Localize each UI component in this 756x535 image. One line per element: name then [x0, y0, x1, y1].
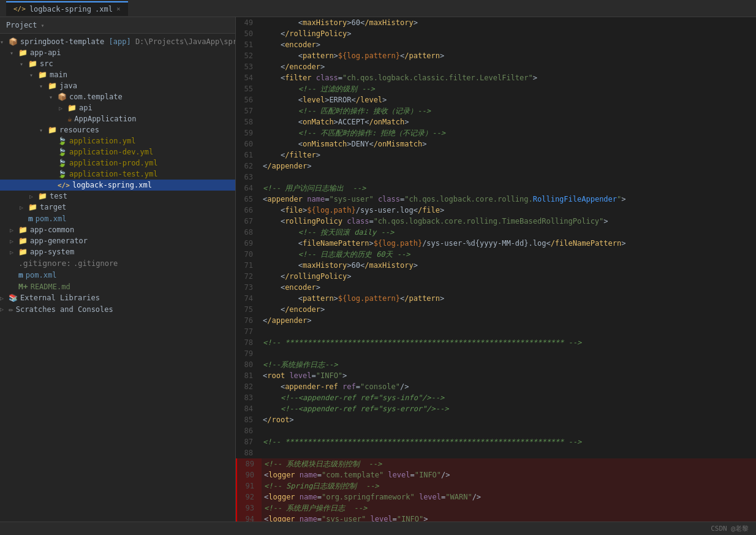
line-number-59: 59: [236, 127, 260, 138]
sidebar-item-18[interactable]: ▷📁app-common: [0, 224, 235, 235]
sidebar-item-11[interactable]: 🍃application-dev.yml: [0, 146, 235, 157]
line-content-80: <!--系统操作日志-->: [260, 359, 756, 370]
code-line-55: 55 <!-- 过滤的级别 -->: [236, 83, 756, 94]
sidebar-item-24[interactable]: ▷📚External Libraries: [0, 292, 235, 303]
line-content-64: <!-- 用户访问日志输出 -->: [260, 183, 756, 194]
sidebar-item-8[interactable]: ☕AppApplication: [0, 113, 235, 124]
tree-arrow-7[interactable]: ▷: [59, 105, 67, 112]
line-content-90: <logger name="com.template" level="INFO"…: [262, 469, 756, 480]
sidebar: Project ▾ ▾📦springboot-template [app] D:…: [0, 17, 236, 522]
line-content-60: <onMismatch>DENY</onMismatch>: [260, 138, 756, 150]
line-number-90: 90: [237, 469, 262, 480]
line-content-53: </encoder>: [260, 61, 756, 72]
tree-label-2: app-api: [30, 48, 61, 57]
tree-arrow-25[interactable]: ▷: [0, 306, 9, 313]
tree-icon-3: 📁: [28, 59, 37, 68]
tree-arrow-4[interactable]: ▾: [29, 72, 38, 78]
tree-label-12: application-prod.yml: [69, 159, 158, 167]
tree-label-15: test: [50, 192, 67, 200]
sidebar-item-14[interactable]: </>logback-spring.xml: [0, 180, 235, 191]
line-content-71: <maxHistory>60</maxHistory>: [260, 260, 756, 271]
code-line-60: 60 <onMismatch>DENY</onMismatch>: [236, 138, 756, 150]
code-line-83: 83 <!--<appender-ref ref="sys-info"/>-->: [236, 392, 756, 403]
bottom-bar: CSDN @老黎: [0, 522, 756, 535]
tree-arrow-20[interactable]: ▷: [10, 249, 18, 256]
sidebar-item-23[interactable]: M+README.md: [0, 281, 235, 292]
code-line-51: 51 <encoder>: [236, 39, 756, 50]
sidebar-tree[interactable]: ▾📦springboot-template [app] D:\Projects\…: [0, 34, 235, 522]
code-line-50: 50 </rollingPolicy>: [236, 28, 756, 39]
sidebar-item-12[interactable]: 🍃application-prod.yml: [0, 157, 235, 169]
tree-arrow-18[interactable]: ▷: [10, 227, 18, 233]
sidebar-item-6[interactable]: ▾📦com.template: [0, 91, 235, 102]
top-bar: </> logback-spring .xml ×: [0, 0, 756, 17]
line-number-75: 75: [236, 304, 260, 315]
tree-icon-11: 🍃: [58, 148, 67, 156]
sidebar-item-5[interactable]: ▾📁java: [0, 80, 235, 91]
sidebar-item-25[interactable]: ▷✏Scratches and Consoles: [0, 303, 235, 315]
tree-icon-9: 📁: [48, 126, 57, 134]
tree-arrow-19[interactable]: ▷: [10, 238, 18, 245]
code-scroll[interactable]: 49 <maxHistory>60</maxHistory>50 </rolli…: [236, 17, 756, 522]
line-content-77: [260, 326, 756, 337]
line-content-91: <!-- Spring日志级别控制 -->: [262, 480, 756, 491]
sidebar-item-21[interactable]: .gitignore:.gitignore: [0, 257, 235, 269]
tree-arrow-24[interactable]: ▷: [0, 295, 9, 302]
tree-arrow-3[interactable]: ▾: [20, 61, 28, 67]
sidebar-item-15[interactable]: ▷📁test: [0, 191, 235, 202]
sidebar-item-19[interactable]: ▷📁app-generator: [0, 235, 235, 246]
line-content-68: <!-- 按天回滚 daily -->: [260, 227, 756, 238]
line-content-88: [260, 447, 756, 458]
line-number-71: 71: [236, 260, 260, 271]
sidebar-item-22[interactable]: mpom.xml: [0, 269, 235, 281]
line-number-82: 82: [236, 381, 260, 392]
tree-arrow-6[interactable]: ▾: [49, 94, 58, 101]
tree-icon-1: 📦: [9, 37, 18, 46]
code-area: 49 <maxHistory>60</maxHistory>50 </rolli…: [236, 17, 756, 522]
tree-icon-23: M+: [18, 282, 28, 291]
tree-icon-12: 🍃: [58, 159, 67, 167]
line-content-75: </encoder>: [260, 304, 756, 315]
code-line-76: 76</appender>: [236, 315, 756, 326]
code-line-89: 89<!-- 系统模块日志级别控制 -->: [236, 458, 756, 469]
code-line-57: 57 <!-- 匹配时的操作: 接收（记录）-->: [236, 105, 756, 116]
sidebar-item-13[interactable]: 🍃application-test.yml: [0, 169, 235, 180]
line-number-91: 91: [237, 480, 262, 491]
line-number-51: 51: [236, 39, 260, 50]
sidebar-item-1[interactable]: ▾📦springboot-template [app] D:\Projects\…: [0, 36, 235, 47]
tree-label-19: app-generator: [30, 237, 88, 245]
sidebar-item-2[interactable]: ▾📁app-api: [0, 47, 235, 58]
file-tab[interactable]: </> logback-spring .xml ×: [6, 1, 128, 16]
tree-arrow-2[interactable]: ▾: [10, 50, 18, 56]
sidebar-item-20[interactable]: ▷📁app-system: [0, 246, 235, 257]
tree-arrow-1[interactable]: ▾: [0, 39, 9, 45]
code-line-59: 59 <!-- 不匹配时的操作: 拒绝（不记录）-->: [236, 127, 756, 138]
tree-arrow-16[interactable]: ▷: [20, 204, 28, 211]
line-number-76: 76: [236, 315, 260, 326]
line-content-52: <pattern>${log.pattern}</pattern>: [260, 50, 756, 61]
line-number-53: 53: [236, 61, 260, 72]
line-number-94: 94: [237, 514, 262, 522]
tree-arrow-9[interactable]: ▾: [39, 127, 48, 134]
tree-label-8: AppApplication: [74, 115, 136, 123]
code-line-52: 52 <pattern>${log.pattern}</pattern>: [236, 50, 756, 61]
sidebar-item-4[interactable]: ▾📁main: [0, 69, 235, 80]
tree-label-7: api: [79, 104, 93, 112]
tree-arrow-5[interactable]: ▾: [39, 83, 48, 89]
tree-arrow-15[interactable]: ▷: [29, 193, 38, 200]
line-content-85: </root>: [260, 414, 756, 425]
tree-icon-5: 📁: [48, 82, 57, 90]
line-number-67: 67: [236, 216, 260, 227]
sidebar-item-9[interactable]: ▾📁resources: [0, 124, 235, 135]
tree-icon-2: 📁: [18, 48, 28, 57]
line-number-79: 79: [236, 348, 260, 359]
sidebar-item-17[interactable]: mpom.xml: [0, 213, 235, 224]
sidebar-item-3[interactable]: ▾📁src: [0, 58, 235, 69]
sidebar-item-7[interactable]: ▷📁api: [0, 102, 235, 113]
tab-close-button[interactable]: ×: [116, 5, 121, 13]
line-number-57: 57: [236, 105, 260, 116]
line-content-82: <appender-ref ref="console"/>: [260, 381, 756, 392]
sidebar-item-16[interactable]: ▷📁target: [0, 202, 235, 213]
sidebar-item-10[interactable]: 🍃application.yml: [0, 135, 235, 146]
credit-label: CSDN @老黎: [711, 524, 749, 533]
